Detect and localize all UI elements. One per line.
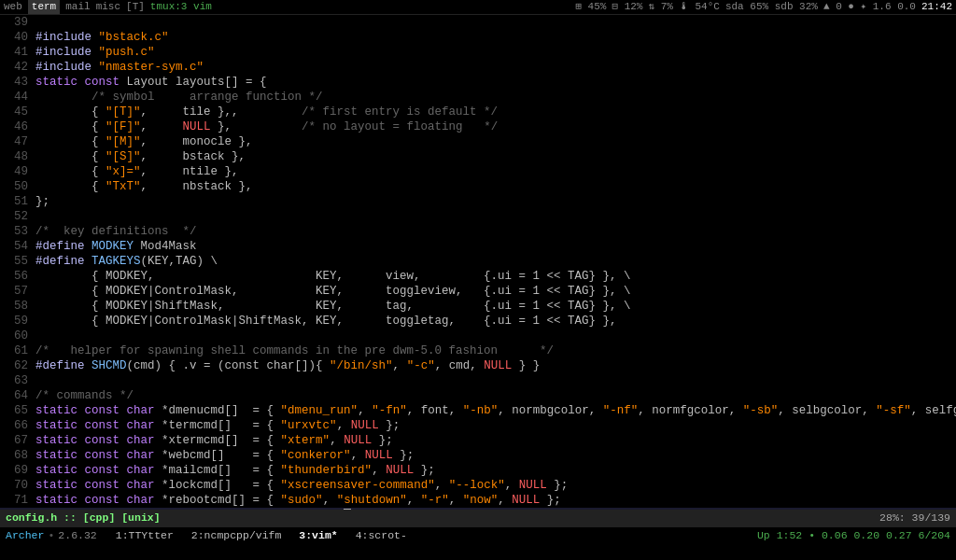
code-line-57: 57 { MODKEY|ControlMask, KEY, toggleview… xyxy=(0,284,956,299)
code-line-45: 45 { "[T]", tile },, /* first entry is d… xyxy=(0,105,956,119)
code-line-41: 41#include "push.c" xyxy=(0,45,956,60)
cpu-stat: ⊞ 45% xyxy=(575,0,606,14)
code-line-72: 72static const char *quitcmd[] = { "sudo… xyxy=(0,508,956,510)
file-info: config.h :: [cpp] [unix] xyxy=(6,511,161,525)
tmux-tabs: 1:TTYtter 2:ncmpcpp/vifm 3:vim* 4:scrot- xyxy=(116,528,407,543)
code-line-71: 71static const char *rebootcmd[] = { "su… xyxy=(0,493,956,508)
code-line-70: 70static const char *lockcmd[] = { "xscr… xyxy=(0,478,956,493)
code-line-63: 63 xyxy=(0,373,956,388)
separator1: • xyxy=(48,528,54,543)
bottom-bar: Archer • 2.6.32 1:TTYtter 2:ncmpcpp/vifm… xyxy=(0,526,956,543)
code-line-61: 61/* helper for spawning shell commands … xyxy=(0,343,956,358)
code-line-49: 49 { "x]=", ntile }, xyxy=(0,164,956,179)
code-line-40: 40#include "bstack.c" xyxy=(0,30,956,45)
tab-term[interactable]: term xyxy=(28,0,60,14)
code-line-43: 43static const Layout layouts[] = { xyxy=(0,75,956,90)
tmux-tab-1[interactable]: 1:TTYtter xyxy=(116,529,174,541)
position-info: 28%: 39/139 xyxy=(879,511,950,525)
code-line-67: 67static const char *xtermcmd[] = { "xte… xyxy=(0,433,956,448)
code-line-48: 48 { "[S]", bstack }, xyxy=(0,149,956,164)
code-line-66: 66static const char *termcmd[] = { "urxv… xyxy=(0,418,956,433)
code-line-52: 52 xyxy=(0,209,956,224)
code-line-46: 46 { "[F]", NULL }, /* no layout = float… xyxy=(0,119,956,134)
code-line-53: 53/* key definitions */ xyxy=(0,224,956,239)
distro-name: Archer xyxy=(6,528,44,543)
code-line-51: 51}; xyxy=(0,194,956,209)
code-line-69: 69static const char *mailcmd[] = { "thun… xyxy=(0,463,956,478)
tmux-session: tmux:3 vim xyxy=(150,0,212,14)
tmux-tab-2[interactable]: 2:ncmpcpp/vifm xyxy=(191,529,282,541)
code-line-64: 64/* commands */ xyxy=(0,388,956,403)
code-line-54: 54#define MODKEY Mod4Mask xyxy=(0,239,956,254)
code-line-56: 56 { MODKEY, KEY, view, {.ui = 1 << TAG}… xyxy=(0,269,956,284)
status-bar: config.h :: [cpp] [unix] 28%: 39/139 xyxy=(0,510,956,526)
code-line-50: 50 { "TxT", nbstack }, xyxy=(0,179,956,194)
net-stat: ⇅ 7% xyxy=(648,0,672,14)
code-line-55: 55#define TAGKEYS(KEY,TAG) \ xyxy=(0,254,956,269)
clock: 21:42 xyxy=(921,0,952,14)
code-line-39: 39 xyxy=(0,15,956,30)
disk-stat: sda 65% sdb 32% xyxy=(725,0,818,14)
code-line-58: 58 { MODKEY|ShiftMask, KEY, tag, {.ui = … xyxy=(0,299,956,314)
tab-web[interactable]: web xyxy=(4,0,22,14)
tab-misc[interactable]: misc xyxy=(96,0,120,14)
tab-mail[interactable]: mail xyxy=(65,0,90,14)
misc-stat: ▲ 0 ● ✦ 1.6 0.0 xyxy=(823,0,916,14)
t-bracket: [T] xyxy=(126,0,145,14)
code-line-59: 59 { MODKEY|ControlMask|ShiftMask, KEY, … xyxy=(0,314,956,329)
temp-stat: 🌡 54°C xyxy=(679,0,720,14)
code-line-47: 47 { "[M]", monocle }, xyxy=(0,134,956,149)
editor-area: 39 40#include "bstack.c" 41#include "pus… xyxy=(0,15,956,510)
code-line-44: 44 /* symbol arrange function */ xyxy=(0,90,956,105)
code-line-42: 42#include "nmaster-sym.c" xyxy=(0,60,956,75)
code-line-62: 62#define SHCMD(cmd) { .v = (const char[… xyxy=(0,358,956,373)
tmux-tab-3[interactable]: 3:vim* xyxy=(299,529,337,541)
kernel-version: 2.6.32 xyxy=(58,528,96,543)
tmux-tab-4[interactable]: 4:scrot- xyxy=(356,529,407,541)
top-bar: web term mail misc [T] tmux:3 vim ⊞ 45% … xyxy=(0,0,956,15)
uptime-load: Up 1:52 • 0.06 0.20 0.27 6/204 xyxy=(757,528,950,543)
code-line-65: 65static const char *dmenucmd[] = { "dme… xyxy=(0,403,956,418)
code-line-60: 60 xyxy=(0,329,956,343)
mem-stat: ⊟ 12% xyxy=(612,0,642,14)
code-line-68: 68static const char *webcmd[] = { "conke… xyxy=(0,448,956,463)
